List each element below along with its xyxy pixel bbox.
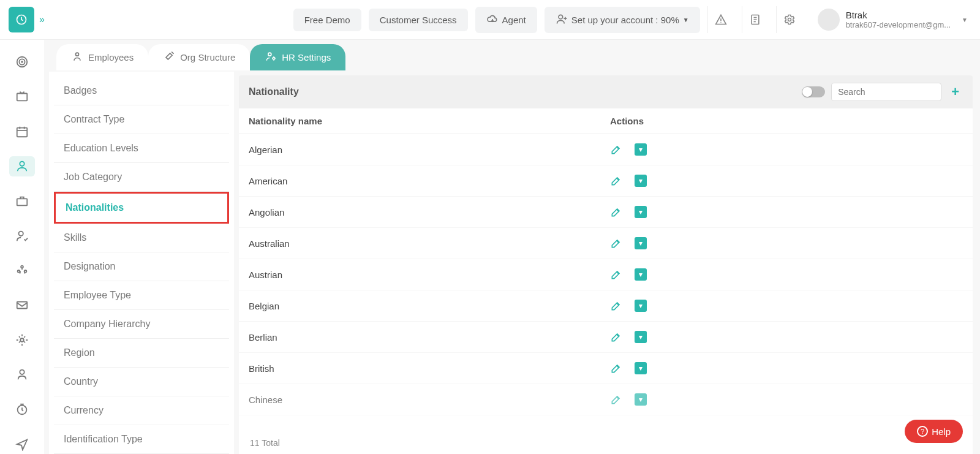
- panel-title: Nationality: [249, 86, 299, 97]
- svg-point-6: [21, 61, 23, 62]
- table-row: Algerian▾: [239, 134, 973, 165]
- archive-icon[interactable]: ▾: [635, 206, 647, 218]
- svg-point-16: [20, 338, 24, 342]
- row-actions: ▾: [610, 268, 647, 281]
- table-row: Chinese▾: [239, 384, 973, 415]
- app-logo[interactable]: [9, 7, 34, 32]
- person-icon: [71, 50, 83, 64]
- table-row: Angolian▾: [239, 197, 973, 228]
- tab-org-structure[interactable]: Org Structure: [148, 44, 250, 70]
- edit-icon[interactable]: [610, 143, 622, 156]
- tab-employees[interactable]: Employees: [56, 44, 148, 70]
- settings-item-identification-type[interactable]: Identification Type: [54, 425, 229, 454]
- archive-toggle[interactable]: [802, 86, 825, 97]
- row-actions: ▾: [610, 300, 647, 312]
- settings-icon[interactable]: [776, 6, 803, 33]
- edit-icon[interactable]: [610, 393, 622, 406]
- panel-header: Nationality +: [239, 75, 973, 108]
- settings-item-job-category[interactable]: Job Category: [54, 163, 229, 192]
- customer-success-button[interactable]: Customer Success: [369, 9, 468, 31]
- table-row: Australian▾: [239, 228, 973, 259]
- row-actions: ▾: [610, 175, 647, 187]
- nationality-name: British: [249, 363, 610, 374]
- archive-icon[interactable]: ▾: [635, 362, 647, 374]
- settings-item-company-hierarchy[interactable]: Company Hierarchy: [54, 310, 229, 339]
- svg-point-12: [21, 266, 23, 268]
- settings-item-contract-type[interactable]: Contract Type: [54, 105, 229, 134]
- sidebar-collapse-toggle[interactable]: »: [39, 14, 45, 25]
- nav-mail-icon[interactable]: [9, 295, 35, 316]
- nav-clock-icon[interactable]: [9, 399, 35, 420]
- nav-user-check-icon[interactable]: [9, 225, 35, 246]
- document-icon[interactable]: [742, 6, 769, 33]
- tab-hr-settings[interactable]: HR Settings: [250, 44, 345, 70]
- nav-briefcase-icon[interactable]: [9, 191, 35, 211]
- user-add-icon: [556, 13, 568, 27]
- settings-item-designation[interactable]: Designation: [54, 252, 229, 281]
- free-demo-button[interactable]: Free Demo: [293, 9, 361, 31]
- tab-label: Org Structure: [180, 52, 235, 62]
- archive-icon[interactable]: ▾: [635, 300, 647, 312]
- setup-account-label: Set up your account : 90%: [571, 15, 679, 25]
- edit-icon[interactable]: [610, 268, 622, 281]
- tab-label: HR Settings: [282, 52, 331, 62]
- archive-icon[interactable]: ▾: [635, 268, 647, 281]
- nationality-name: Algerian: [249, 145, 610, 155]
- nav-target-icon[interactable]: [9, 52, 35, 72]
- table-row: British▾: [239, 353, 973, 384]
- help-button[interactable]: ? Help: [905, 420, 963, 443]
- row-actions: ▾: [610, 237, 647, 249]
- edit-icon[interactable]: [610, 331, 622, 343]
- table-row: Austrian▾: [239, 259, 973, 290]
- settings-item-employee-type[interactable]: Employee Type: [54, 281, 229, 310]
- settings-item-education-levels[interactable]: Education Levels: [54, 134, 229, 163]
- col-header-actions: Actions: [610, 116, 963, 126]
- archive-icon[interactable]: ▾: [635, 143, 647, 156]
- settings-item-currency[interactable]: Currency: [54, 396, 229, 425]
- table-body: Algerian▾American▾Angolian▾Australian▾Au…: [239, 134, 973, 432]
- table-row: American▾: [239, 165, 973, 197]
- nav-team-icon[interactable]: [9, 260, 35, 281]
- edit-icon[interactable]: [610, 237, 622, 249]
- edit-icon[interactable]: [610, 300, 622, 312]
- row-actions: ▾: [610, 206, 647, 218]
- setup-account-button[interactable]: Set up your account : 90% ▼: [545, 7, 700, 33]
- nav-gear-icon[interactable]: [9, 330, 35, 350]
- settings-item-region[interactable]: Region: [54, 339, 229, 368]
- archive-icon[interactable]: ▾: [635, 175, 647, 187]
- row-actions: ▾: [610, 362, 647, 374]
- edit-icon[interactable]: [610, 206, 622, 218]
- archive-icon[interactable]: ▾: [635, 331, 647, 343]
- settings-item-badges[interactable]: Badges: [54, 77, 229, 105]
- edit-icon[interactable]: [610, 362, 622, 374]
- svg-point-17: [20, 370, 24, 374]
- tools-icon: [163, 50, 175, 64]
- edit-icon[interactable]: [610, 175, 622, 187]
- nav-person2-icon[interactable]: [9, 365, 35, 385]
- svg-point-20: [268, 53, 271, 56]
- table-row: Belgian▾: [239, 290, 973, 322]
- nav-person-icon[interactable]: [9, 156, 35, 176]
- svg-point-3: [788, 18, 791, 21]
- search-input[interactable]: [831, 83, 941, 101]
- add-button[interactable]: +: [948, 84, 963, 100]
- user-menu[interactable]: Btrak btrak607-development@gm... ▼: [810, 9, 968, 31]
- agent-button[interactable]: Agent: [475, 7, 537, 33]
- user-email: btrak607-development@gm...: [846, 20, 951, 29]
- nationality-name: Austrian: [249, 270, 610, 280]
- chevron-down-icon: ▼: [962, 17, 968, 23]
- svg-point-1: [559, 15, 563, 19]
- panel-header-controls: +: [802, 83, 963, 101]
- alert-icon[interactable]: [707, 6, 734, 33]
- row-actions: ▾: [610, 143, 647, 156]
- archive-icon[interactable]: ▾: [635, 237, 647, 249]
- settings-item-skills[interactable]: Skills: [54, 224, 229, 252]
- nav-location-icon[interactable]: [9, 434, 35, 454]
- nav-calendar-icon[interactable]: [9, 121, 35, 142]
- settings-item-nationalities[interactable]: Nationalities: [54, 192, 229, 224]
- nationality-name: Australian: [249, 238, 610, 249]
- settings-item-country[interactable]: Country: [54, 368, 229, 396]
- archive-icon[interactable]: ▾: [635, 393, 647, 406]
- table-footer: 11 Total: [239, 432, 973, 454]
- nav-tv-icon[interactable]: [9, 87, 35, 107]
